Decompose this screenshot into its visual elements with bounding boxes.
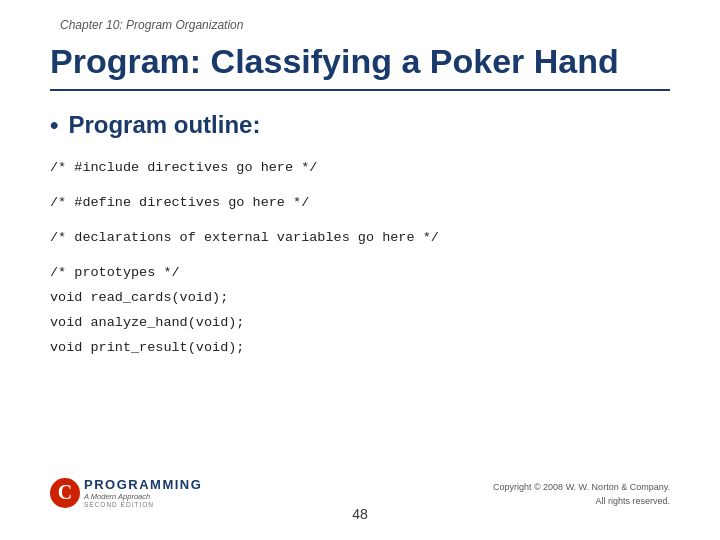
code-line: void read_cards(void); bbox=[50, 287, 670, 310]
c-circle-icon: C bbox=[50, 478, 80, 508]
slide: Chapter 10: Program Organization Program… bbox=[0, 0, 720, 540]
code-line: /* #define directives go here */ bbox=[50, 192, 670, 215]
copyright-line: Copyright © 2008 W. W. Norton & Company. bbox=[493, 481, 670, 495]
footer-copyright: Copyright © 2008 W. W. Norton & Company.… bbox=[493, 481, 670, 508]
logo-c-letter: C bbox=[58, 481, 72, 504]
code-line: void print_result(void); bbox=[50, 337, 670, 360]
logo-subtitle-text: A Modern Approach bbox=[84, 492, 202, 501]
logo-text-block: PROGRAMMING A Modern Approach SECOND EDI… bbox=[84, 477, 202, 508]
page-number: 48 bbox=[352, 506, 368, 522]
rights-line: All rights reserved. bbox=[493, 495, 670, 509]
outline-item: • Program outline: bbox=[50, 111, 670, 139]
logo-edition-text: SECOND EDITION bbox=[84, 501, 202, 508]
code-line: /* #include directives go here */ bbox=[50, 157, 670, 180]
bullet-icon: • bbox=[50, 111, 58, 139]
logo-box: C PROGRAMMING A Modern Approach SECOND E… bbox=[50, 477, 202, 508]
outline-label: Program outline: bbox=[68, 111, 260, 139]
logo-programming-text: PROGRAMMING bbox=[84, 477, 202, 492]
main-title: Program: Classifying a Poker Hand bbox=[50, 42, 670, 91]
code-line: /* declarations of external variables go… bbox=[50, 227, 670, 250]
code-section-declarations: /* declarations of external variables go… bbox=[50, 227, 670, 250]
footer-logo: C PROGRAMMING A Modern Approach SECOND E… bbox=[50, 477, 202, 508]
chapter-title: Chapter 10: Program Organization bbox=[60, 18, 670, 32]
code-section-prototypes: /* prototypes */ void read_cards(void); … bbox=[50, 262, 670, 360]
code-section-includes: /* #include directives go here */ bbox=[50, 157, 670, 180]
code-line: void analyze_hand(void); bbox=[50, 312, 670, 335]
code-line: /* prototypes */ bbox=[50, 262, 670, 285]
code-section-defines: /* #define directives go here */ bbox=[50, 192, 670, 215]
footer: C PROGRAMMING A Modern Approach SECOND E… bbox=[0, 506, 720, 522]
